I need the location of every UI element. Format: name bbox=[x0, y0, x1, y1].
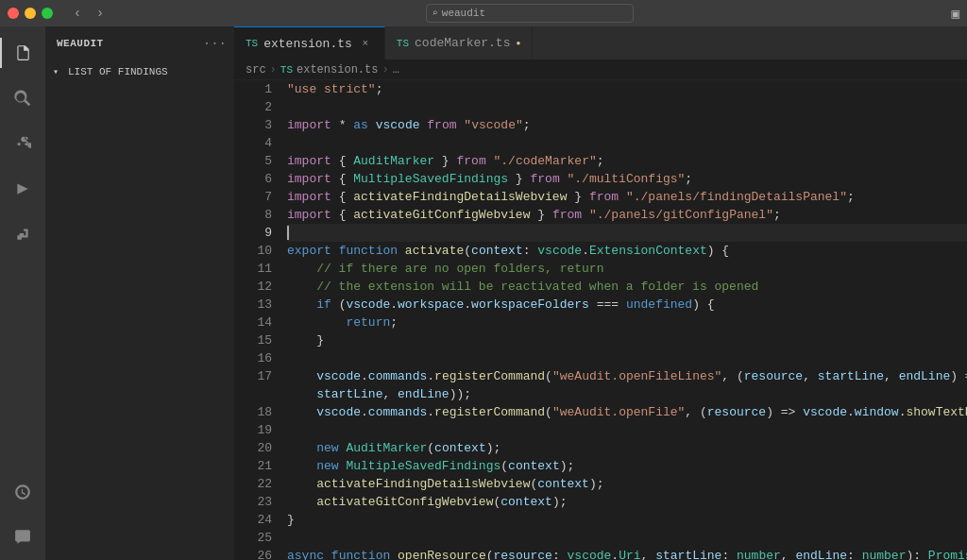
traffic-close[interactable] bbox=[8, 8, 19, 19]
activity-icon-search[interactable] bbox=[0, 76, 45, 121]
traffic-min[interactable] bbox=[25, 8, 36, 19]
code-line: vscode.commands.registerCommand("weAudit… bbox=[287, 403, 967, 421]
tab-icon-ts: TS bbox=[246, 38, 258, 49]
activity-icon-weaudit[interactable] bbox=[0, 469, 45, 515]
sidebar: WEAUDIT ··· ▾ LIST OF FINDINGS bbox=[45, 26, 234, 560]
code-line: import { activateGitConfigWebview } from… bbox=[287, 206, 967, 224]
code-line: return; bbox=[287, 314, 967, 331]
nav-back-button[interactable]: ‹ bbox=[70, 6, 85, 21]
code-line: new MultipleSavedFindings(context); bbox=[287, 457, 967, 475]
nav-forward-button[interactable]: › bbox=[93, 6, 108, 21]
code-line: } bbox=[287, 331, 967, 349]
activity-icon-extensions[interactable] bbox=[0, 212, 45, 257]
code-line: async function openResource(resource: vs… bbox=[287, 547, 967, 560]
code-line: // if there are no open folders, return bbox=[287, 260, 967, 278]
code-line: // the extension will be reactivated whe… bbox=[287, 278, 967, 296]
breadcrumb-file[interactable]: extension.ts bbox=[297, 63, 378, 76]
activity-icon-files[interactable] bbox=[0, 30, 45, 76]
tab-extension[interactable]: TS extension.ts × bbox=[234, 26, 385, 59]
code-line: new AuditMarker(context); bbox=[287, 439, 967, 457]
chevron-down-icon: ▾ bbox=[53, 66, 64, 77]
breadcrumb-ts-icon: TS bbox=[280, 64, 293, 76]
code-line: startLine, endLine)); bbox=[287, 385, 967, 403]
search-text: weaudit bbox=[442, 8, 485, 19]
breadcrumb-src[interactable]: src bbox=[246, 63, 266, 76]
code-line: activateFindingDetailsWebview(context); bbox=[287, 475, 967, 493]
code-line: vscode.commands.registerCommand("weAudit… bbox=[287, 367, 967, 385]
sidebar-section-header[interactable]: ▾ LIST OF FINDINGS bbox=[45, 61, 234, 82]
breadcrumb: src › TS extension.ts › … bbox=[234, 59, 967, 80]
breadcrumb-ellipsis: … bbox=[393, 63, 399, 76]
code-line bbox=[287, 529, 967, 547]
activity-icon-run[interactable] bbox=[0, 166, 45, 212]
titlebar: ‹ › ⌕ weaudit ▣ bbox=[0, 0, 967, 26]
code-line: } bbox=[287, 511, 967, 529]
code-line-cursor bbox=[287, 224, 967, 242]
code-line: activateGitConfigWebview(context); bbox=[287, 493, 967, 511]
tab-close-extension[interactable]: × bbox=[358, 36, 373, 51]
sidebar-more-icon[interactable]: ··· bbox=[203, 36, 227, 51]
code-line: import { AuditMarker } from "./codeMarke… bbox=[287, 152, 967, 170]
tab-label-extension: extension.ts bbox=[263, 37, 352, 51]
code-line: import * as vscode from "vscode"; bbox=[287, 116, 967, 134]
tab-label-codemarker: codeMarker.ts bbox=[415, 36, 510, 50]
editor-area: TS extension.ts × TS codeMarker.ts ● src… bbox=[234, 26, 967, 560]
code-line bbox=[287, 349, 967, 367]
tab-modified-codemarker: ● bbox=[516, 39, 520, 47]
code-line: import { activateFindingDetailsWebview }… bbox=[287, 188, 967, 206]
code-line: import { MultipleSavedFindings } from ".… bbox=[287, 170, 967, 188]
code-line bbox=[287, 421, 967, 439]
code-line: if (vscode.workspace.workspaceFolders ==… bbox=[287, 296, 967, 314]
tab-codemarker[interactable]: TS codeMarker.ts ● bbox=[385, 26, 533, 59]
code-line bbox=[287, 98, 967, 116]
line-numbers: 1 2 3 4 5 6 7 8 9 10 11 12 13 14 15 16 1… bbox=[234, 80, 283, 560]
search-box[interactable]: ⌕ weaudit bbox=[426, 4, 634, 23]
traffic-max[interactable] bbox=[42, 8, 53, 19]
sidebar-title: WEAUDIT bbox=[57, 38, 104, 49]
activity-icon-chat[interactable] bbox=[0, 515, 45, 560]
search-icon: ⌕ bbox=[433, 8, 438, 19]
activity-bar bbox=[0, 26, 45, 560]
tabs-bar: TS extension.ts × TS codeMarker.ts ● bbox=[234, 26, 967, 59]
sidebar-toggle-icon[interactable]: ▣ bbox=[952, 6, 959, 22]
sidebar-section-title: LIST OF FINDINGS bbox=[68, 66, 168, 77]
code-line: "use strict"; bbox=[287, 80, 967, 98]
code-line: export function activate(context: vscode… bbox=[287, 242, 967, 260]
tab-icon-ts2: TS bbox=[397, 38, 409, 49]
code-line bbox=[287, 134, 967, 152]
activity-icon-scm[interactable] bbox=[0, 121, 45, 166]
code-content[interactable]: "use strict"; import * as vscode from "v… bbox=[283, 80, 967, 560]
code-editor[interactable]: 1 2 3 4 5 6 7 8 9 10 11 12 13 14 15 16 1… bbox=[234, 80, 967, 560]
